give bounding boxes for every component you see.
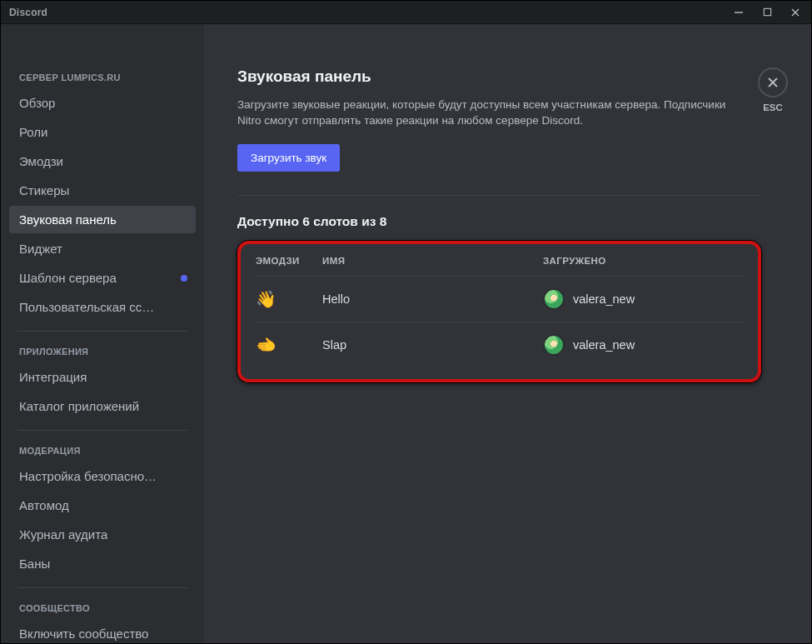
sidebar-item-label: Журнал аудита [19, 527, 107, 542]
sidebar-item-label: Каталог приложений [19, 399, 139, 413]
sound-emoji: 🫲 [256, 335, 322, 355]
settings-sidebar: СЕРВЕР LUMPICS.RUОбзорРолиЭмодзиСтикерыЗ… [1, 24, 204, 643]
sidebar-item[interactable]: Эмодзи [9, 147, 196, 175]
sound-name: Hello [322, 292, 543, 306]
sidebar-item[interactable]: Журнал аудита [9, 521, 196, 548]
window-maximize-button[interactable] [760, 5, 775, 20]
col-header-emoji: ЭМОДЗИ [256, 256, 322, 266]
sidebar-item[interactable]: Настройка безопасно… [9, 462, 196, 490]
sidebar-item-label: Эмодзи [19, 154, 63, 168]
sound-name: Slap [322, 338, 543, 352]
window-close-button[interactable] [788, 5, 803, 20]
sidebar-item-label: Роли [19, 125, 48, 139]
sidebar-item-label: Баны [19, 557, 50, 571]
esc-label: ESC [763, 102, 783, 112]
sidebar-item[interactable]: Шаблон сервера [9, 264, 196, 292]
upload-sound-button[interactable]: Загрузить звук [237, 144, 340, 172]
col-header-uploaded: ЗАГРУЖЕНО [543, 256, 743, 266]
sidebar-item[interactable]: Баны [9, 550, 196, 577]
sidebar-item[interactable]: Каталог приложений [9, 392, 196, 420]
sounds-table-highlight: ЭМОДЗИ ИМЯ ЗАГРУЖЕНО 👋Hellovalera_new🫲Sl… [237, 241, 761, 382]
sidebar-item-label: Звуковая панель [19, 212, 117, 227]
divider [237, 195, 761, 196]
sidebar-item[interactable]: Пользовательская сс… [9, 293, 196, 321]
sidebar-item-label: Стикеры [19, 183, 69, 197]
sound-uploader: valera_new [543, 334, 743, 356]
sidebar-category-header: СЕРВЕР LUMPICS.RU [9, 67, 196, 87]
sidebar-item[interactable]: Звуковая панель [9, 206, 196, 233]
sidebar-item-label: Настройка безопасно… [19, 469, 157, 483]
sidebar-item[interactable]: Виджет [9, 235, 196, 262]
sidebar-divider [17, 430, 187, 431]
sidebar-item[interactable]: Обзор [9, 89, 196, 117]
sidebar-category-header: ПРИЛОЖЕНИЯ [9, 342, 196, 362]
sidebar-item-label: Автомод [19, 498, 69, 512]
sidebar-divider [17, 331, 187, 332]
sidebar-item[interactable]: Стикеры [9, 177, 196, 204]
sidebar-item-label: Интеграция [19, 370, 87, 384]
sidebar-item-label: Обзор [19, 96, 55, 110]
avatar [543, 334, 565, 356]
sidebar-category-header: СООБЩЕСТВО [9, 598, 196, 618]
settings-content: ESC Звуковая панель Загрузите звуковые р… [204, 24, 811, 643]
new-badge-dot [181, 275, 187, 282]
window-titlebar: Discord [1, 1, 811, 24]
page-title: Звуковая панель [237, 67, 761, 86]
sound-emoji: 👋 [256, 289, 322, 309]
app-name: Discord [9, 7, 47, 18]
col-header-name: ИМЯ [322, 256, 543, 266]
sidebar-item-label: Шаблон сервера [19, 271, 117, 285]
sidebar-divider [17, 587, 187, 588]
sound-row[interactable]: 🫲Slapvalera_new [256, 322, 743, 367]
sidebar-category-header: МОДЕРАЦИЯ [9, 441, 196, 461]
close-settings-button[interactable] [758, 67, 788, 97]
sidebar-item[interactable]: Интеграция [9, 363, 196, 391]
sidebar-item[interactable]: Автомод [9, 492, 196, 519]
sound-row[interactable]: 👋Hellovalera_new [256, 276, 743, 322]
uploader-name: valera_new [573, 292, 635, 306]
svg-rect-1 [764, 8, 770, 15]
sidebar-item-label: Пользовательская сс… [19, 300, 154, 314]
avatar [543, 288, 565, 310]
sidebar-item-label: Виджет [19, 242, 62, 256]
slots-available-label: Доступно 6 слотов из 8 [237, 214, 761, 229]
uploader-name: valera_new [573, 338, 635, 352]
sound-uploader: valera_new [543, 288, 743, 310]
sidebar-item[interactable]: Включить сообщество [9, 620, 196, 643]
sidebar-item[interactable]: Роли [9, 118, 196, 146]
sidebar-item-label: Включить сообщество [19, 627, 148, 641]
page-description: Загрузите звуковые реакции, которые буду… [237, 97, 737, 129]
window-minimize-button[interactable] [731, 5, 746, 20]
